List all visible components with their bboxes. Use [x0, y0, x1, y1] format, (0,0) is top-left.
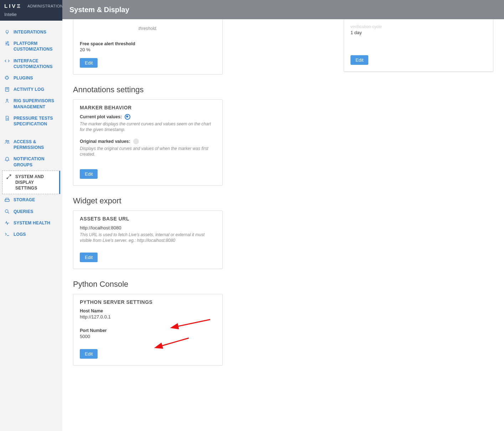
sidebar-item-label: PLATFORM CUSTOMIZATIONS [14, 41, 58, 52]
book-icon [4, 87, 10, 92]
sidebar-item-label: RIG SUPERVISORS MANAGEMENT [14, 98, 58, 109]
port-number-label: Port Number [80, 328, 216, 333]
free-space-threshold-label: Free space alert threshold [80, 41, 216, 46]
host-name-label: Host Name [80, 308, 216, 313]
port-number-value: 5000 [80, 334, 216, 339]
svg-point-6 [8, 140, 9, 141]
sidebar-item-label: SYSTEM AND DISPLAY SETTINGS [15, 174, 56, 191]
user-badge-icon [4, 98, 10, 104]
sidebar-item-label: INTERFACE CUSTOMIZATIONS [14, 58, 58, 69]
sidebar-item-access-permissions[interactable]: ACCESS & PERMISSIONS [0, 136, 62, 153]
sidebar-item-label: QUERIES [14, 209, 58, 214]
users-icon [4, 139, 10, 145]
sidebar-item-label: INTEGRATIONS [14, 29, 58, 35]
sidebar-item-label: NOTIFICATION GROUPS [14, 156, 58, 167]
page-title: System & Display [69, 6, 129, 14]
host-name-value: http://127.0.0.1 [80, 314, 216, 320]
free-space-card: threshold. Free space alert threshold 20… [73, 19, 223, 74]
assets-base-url-card: ASSETS BASE URL http://localhost:8080 Th… [73, 211, 223, 269]
code-icon [4, 58, 10, 64]
brand-sub-label: Intelie [4, 12, 58, 17]
sidebar-item-label: ACTIVITY LOG [14, 87, 58, 92]
svg-point-10 [6, 201, 6, 201]
sliders-icon [4, 41, 10, 46]
free-space-threshold-value: 20 % [80, 47, 216, 52]
sidebar-item-system-display[interactable]: SYSTEM AND DISPLAY SETTINGS [2, 171, 60, 194]
right-partial-value: 1 day [350, 30, 487, 35]
tools-icon [6, 174, 12, 180]
python-server-title: PYTHON SERVER SETTINGS [80, 299, 216, 305]
marker-behavior-edit-button[interactable]: Edit [80, 169, 98, 179]
free-space-top-help: threshold. [80, 26, 216, 31]
sidebar-item-activity-log[interactable]: ACTIVITY LOG [0, 84, 62, 95]
original-marked-values-label: Original marked values: [80, 139, 130, 144]
content: threshold. Free space alert threshold 20… [62, 19, 504, 431]
widget-export-section-title: Widget export [73, 196, 223, 206]
svg-point-5 [6, 140, 7, 141]
sidebar-item-label: STORAGE [14, 197, 58, 203]
original-marked-values-help: Displays the original curves and values … [80, 146, 216, 157]
brand-logo: LIVΞ [4, 3, 22, 9]
sidebar-item-plugins[interactable]: PLUGINS [0, 72, 62, 84]
activity-icon [4, 220, 10, 226]
sidebar-item-notification-groups[interactable]: NOTIFICATION GROUPS [0, 153, 62, 170]
python-server-edit-button[interactable]: Edit [80, 349, 98, 359]
sidebar-header: LIVΞ ADMINISTRATION Intelie [0, 0, 62, 21]
bell-icon [4, 156, 10, 162]
sidebar-item-storage[interactable]: STORAGE [0, 194, 62, 206]
svg-point-11 [5, 209, 8, 212]
marker-behavior-card: MARKER BEHAVIOR Current plot values: The… [73, 99, 223, 186]
assets-base-url-help: This URL is used to fetch Live's assets,… [80, 232, 216, 243]
annotations-section-title: Annotations settings [73, 85, 223, 94]
puzzle-icon [4, 75, 10, 81]
current-plot-values-help: The marker displays the current curves a… [80, 121, 216, 133]
sidebar-item-queries[interactable]: QUERIES [0, 206, 62, 217]
sidebar-item-label: PRESSURE TESTS SPECIFICATION [14, 115, 58, 127]
python-console-section-title: Python Console [73, 280, 223, 289]
assets-base-url-value: http://localhost:8080 [80, 225, 216, 230]
terminal-icon [4, 232, 10, 237]
svg-point-1 [6, 43, 7, 44]
sidebar-item-label: PLUGINS [14, 75, 58, 81]
hdd-icon [4, 197, 10, 203]
sidebar-item-platform-customizations[interactable]: PLATFORM CUSTOMIZATIONS [0, 38, 62, 55]
right-partial-card: verification cycle 1 day Edit [344, 19, 493, 72]
svg-point-4 [6, 99, 8, 101]
python-server-card: PYTHON SERVER SETTINGS Host Name http://… [73, 294, 223, 365]
sidebar-item-label: ACCESS & PERMISSIONS [14, 139, 58, 150]
svg-rect-9 [5, 200, 9, 202]
sidebar-item-interface-customizations[interactable]: INTERFACE CUSTOMIZATIONS [0, 55, 62, 72]
brand-admin-label: ADMINISTRATION [27, 4, 63, 8]
assets-base-url-title: ASSETS BASE URL [80, 216, 216, 222]
sidebar: LIVΞ ADMINISTRATION Intelie INTEGRATIONS… [0, 0, 62, 431]
original-marked-values-radio[interactable] [133, 139, 139, 144]
search-icon [4, 209, 10, 214]
sidebar-item-label: LOGS [14, 232, 58, 237]
sidebar-item-label: SYSTEM HEALTH [14, 220, 58, 226]
sidebar-item-integrations[interactable]: INTEGRATIONS [0, 26, 62, 38]
marker-behavior-title: MARKER BEHAVIOR [80, 105, 216, 110]
topbar: System & Display [62, 0, 504, 19]
assets-base-url-edit-button[interactable]: Edit [80, 253, 98, 262]
document-icon [4, 115, 10, 121]
sidebar-item-system-health[interactable]: SYSTEM HEALTH [0, 217, 62, 229]
right-partial-edit-button[interactable]: Edit [350, 55, 368, 65]
sidebar-item-rig-supervisors[interactable]: RIG SUPERVISORS MANAGEMENT [0, 95, 62, 112]
free-space-edit-button[interactable]: Edit [80, 58, 98, 68]
svg-point-8 [10, 175, 11, 176]
plug-icon [4, 29, 10, 35]
sidebar-item-pressure-tests[interactable]: PRESSURE TESTS SPECIFICATION [0, 113, 62, 130]
current-plot-values-label: Current plot values: [80, 114, 122, 119]
sidebar-item-logs[interactable]: LOGS [0, 229, 62, 240]
svg-point-0 [7, 42, 9, 43]
sidebar-nav: INTEGRATIONS PLATFORM CUSTOMIZATIONS INT… [0, 21, 62, 246]
current-plot-values-radio[interactable] [125, 114, 130, 120]
